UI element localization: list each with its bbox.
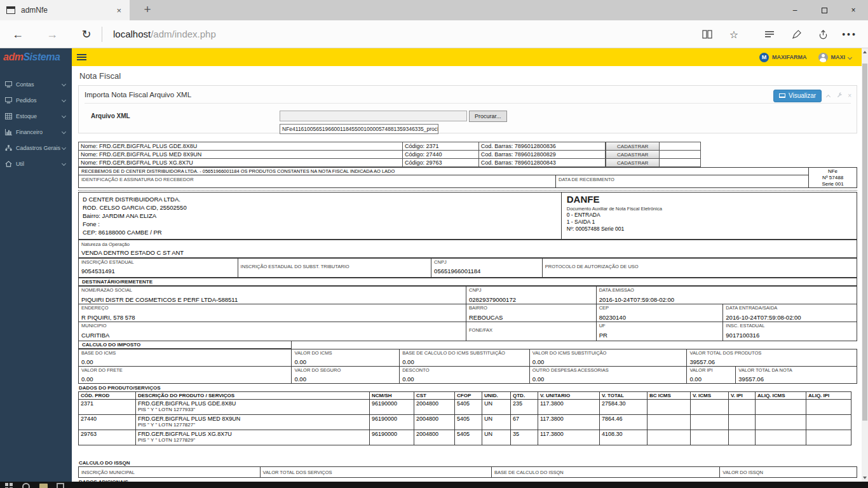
produto-vicms bbox=[691, 400, 729, 415]
seguro-value: 0.00 bbox=[294, 376, 397, 383]
cadastro-codigo: Código: 29763 bbox=[402, 159, 478, 166]
selected-file-name: NFe4116100565196600118455001000057488135… bbox=[280, 124, 438, 134]
cadastro-btn-cell: CADASTRAR bbox=[605, 159, 659, 166]
file-input[interactable] bbox=[280, 111, 467, 121]
vertical-scrollbar[interactable] bbox=[862, 48, 868, 482]
protocolo-value bbox=[545, 269, 854, 276]
sidebar-item-contas[interactable]: Contas bbox=[0, 76, 72, 92]
base-icms-label: BASE DO ICMS bbox=[81, 350, 288, 356]
logo-adm: adm bbox=[3, 51, 23, 63]
imposto-header: CALCULO DO IMPOSTO bbox=[78, 341, 292, 349]
sidebar-item-estoque[interactable]: Estoque bbox=[0, 108, 72, 124]
procurar-button[interactable]: Procurar... bbox=[469, 111, 507, 122]
hub-icon[interactable] bbox=[756, 20, 783, 48]
valor-icms-st-value: 0.00 bbox=[532, 358, 684, 365]
visualizar-button[interactable]: Visualizar bbox=[773, 90, 822, 102]
total-servicos-label: VALOR TOTAL DOS SERVIÇOS bbox=[263, 470, 489, 475]
issqn-header: CALCULO DO ISSQN bbox=[78, 459, 857, 466]
emitente-cep: CEP: 86188000 CAMBE / PR bbox=[83, 228, 557, 236]
browser-tab[interactable]: admNfe × bbox=[0, 0, 130, 20]
sidebar-item-label: Contas bbox=[16, 81, 62, 88]
taskbar-app-icon[interactable] bbox=[22, 483, 31, 488]
minimize-button[interactable]: – bbox=[780, 0, 810, 20]
base-icms-cell: BASE DO ICMS 0.00 bbox=[79, 349, 291, 366]
danfe-title: DANFE bbox=[567, 194, 851, 205]
dest-entrada-label: DATA ENTRADA/SAIDA bbox=[726, 305, 854, 311]
settings-wrench-icon[interactable] bbox=[836, 92, 843, 100]
app-topbar: M MAXIFARMA MAXI bbox=[72, 48, 862, 66]
arquivo-xml-row: Arquivo XML Procurar... NFe4116100565196… bbox=[85, 111, 851, 134]
taskbar-icons bbox=[5, 483, 65, 488]
taskbar-app-icon[interactable] bbox=[57, 483, 65, 488]
web-note-icon[interactable] bbox=[783, 20, 810, 48]
produto-desc2: PIS " Y " LOTN 1277933" bbox=[138, 407, 367, 412]
collapse-icon[interactable] bbox=[826, 95, 831, 99]
identificacao-label: IDENTIFICAÇÃO E ASSINATURA DO RECEBEDOR bbox=[79, 175, 555, 187]
total-nota-label: VALOR TOTAL DA NOTA bbox=[738, 367, 854, 373]
user-menu[interactable]: MAXI bbox=[818, 53, 853, 62]
cadastro-barras: Cod. Barras: 7896012800829 bbox=[478, 151, 606, 158]
start-button-icon[interactable] bbox=[5, 483, 13, 488]
dest-municipio-label: MUNICIPIO bbox=[81, 323, 463, 329]
more-options-icon[interactable]: ••• bbox=[836, 20, 863, 48]
import-panel: Importa Nota Fiscal Arquivo XML Visualiz… bbox=[78, 85, 857, 133]
monitor-icon bbox=[5, 81, 12, 88]
close-window-button[interactable]: × bbox=[839, 0, 868, 20]
produto-desc1: FRD.GER.BIGFRAL PLUS XG.8X7U bbox=[138, 431, 367, 437]
windows-taskbar[interactable] bbox=[0, 482, 868, 488]
close-panel-icon[interactable]: × bbox=[848, 93, 851, 99]
produto-aliq-ipi bbox=[806, 400, 851, 415]
url-field[interactable]: localhost/adm/index.php bbox=[113, 20, 558, 48]
tab-close-icon[interactable]: × bbox=[114, 6, 123, 15]
danfe-entrada: 0 - ENTRADA bbox=[567, 212, 851, 219]
sitemap-icon bbox=[5, 145, 12, 151]
col-header: NCM/SH bbox=[370, 392, 414, 400]
sidebar-item-label: Cadastros Gerais bbox=[16, 145, 62, 151]
cadastro-codigo: Código: 27440 bbox=[402, 151, 478, 158]
danfe-numero: Nº: 00057488 Serie 001 bbox=[567, 226, 851, 233]
produto-desc: FRD.GER.BIGFRAL PLUS XG.8X7UPIS " Y " LO… bbox=[136, 430, 370, 445]
sidebar-item-cadastros-gerais[interactable]: Cadastros Gerais bbox=[0, 140, 72, 156]
insc-municipal-label: INSCRIÇÃO MUNICIPAL bbox=[81, 470, 257, 475]
back-icon[interactable]: ← bbox=[5, 20, 31, 48]
produto-ncm: 96190000 bbox=[370, 400, 414, 415]
col-header: QTD. bbox=[511, 392, 538, 400]
tab-title: admNfe bbox=[21, 6, 114, 15]
cadastro-empty-cell bbox=[659, 159, 700, 166]
cadastrar-button[interactable]: CADASTRAR bbox=[606, 142, 659, 150]
produto-cst: 2004800 bbox=[414, 400, 455, 415]
valor-ipi-cell: VALOR IPI 0.00 bbox=[686, 367, 735, 383]
forward-icon[interactable]: → bbox=[39, 20, 65, 48]
bar-chart-icon bbox=[5, 129, 12, 135]
ie-value: 9054531491 bbox=[81, 268, 235, 274]
produto-cfop: 5405 bbox=[455, 430, 482, 445]
addressbar-separator bbox=[102, 27, 102, 42]
cadastro-row: Nome: FRD.GER.BIGFRAL PLUS XG.8X7U Códig… bbox=[79, 159, 700, 167]
scrollbar-thumb[interactable] bbox=[862, 64, 867, 421]
hamburger-menu-icon[interactable] bbox=[77, 53, 86, 62]
outras-despesas-cell: OUTRO DESPESAS ACESSORIAS 0.00 bbox=[529, 367, 687, 383]
new-tab-button[interactable]: + bbox=[135, 0, 160, 20]
maximize-button[interactable] bbox=[810, 0, 839, 20]
produto-vunit: 117.3800 bbox=[538, 430, 600, 445]
sidebar-item-financeiro[interactable]: Financeiro bbox=[0, 124, 72, 140]
scroll-down-arrow[interactable] bbox=[862, 474, 868, 482]
file-explorer-icon[interactable] bbox=[39, 483, 48, 488]
org-chip[interactable]: M MAXIFARMA bbox=[759, 53, 807, 62]
refresh-icon[interactable]: ↻ bbox=[74, 20, 99, 48]
sidebar-item-pedidos[interactable]: Pedidos bbox=[0, 92, 72, 108]
sidebar-item-util[interactable]: Util bbox=[0, 156, 72, 172]
cadastrar-button[interactable]: CADASTRAR bbox=[606, 159, 659, 166]
cadastro-empty-cell bbox=[659, 142, 700, 150]
dest-uf-label: UF bbox=[599, 323, 721, 329]
share-icon[interactable] bbox=[810, 20, 836, 48]
reading-view-icon[interactable] bbox=[694, 20, 721, 48]
desconto-cell: DESCONTO 0.00 bbox=[399, 367, 529, 383]
nfe-number-box: NFe Nº 57488 Serie 001 bbox=[808, 168, 857, 187]
scroll-up-arrow[interactable] bbox=[862, 48, 868, 56]
favorites-star-icon[interactable]: ☆ bbox=[721, 20, 747, 48]
produto-bc bbox=[648, 400, 691, 415]
cadastrar-button[interactable]: CADASTRAR bbox=[606, 151, 659, 158]
produto-row: 2371 FRD.GER.BIGFRAL PLUS GDE.8X8UPIS " … bbox=[79, 400, 851, 415]
produtos-table: CÓD. PROD DESCRIÇÃO DO PRODUTO / SERVIÇO… bbox=[78, 391, 851, 445]
